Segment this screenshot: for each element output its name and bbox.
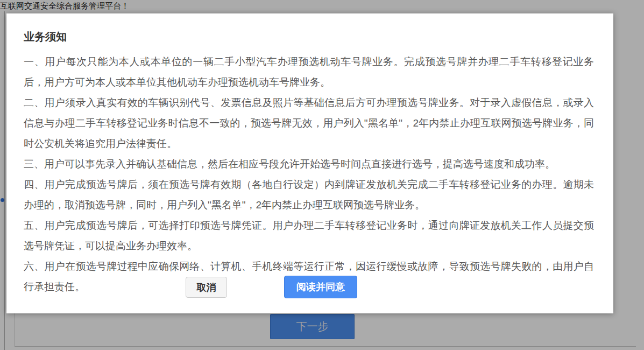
notice-paragraph-1: 一、用户每次只能为本人或本单位的一辆二手小型汽车办理预选机动车号牌业务。完成预选… [24,52,594,93]
notice-paragraph-4: 四、用户完成预选号牌后，须在预选号牌有效期（各地自行设定）内到牌证发放机关完成二… [24,174,594,215]
cancel-button[interactable]: 取消 [186,277,227,298]
notice-paragraph-2: 二、用户须录入真实有效的车辆识别代号、发票信息及照片等基础信息后方可办理预选号牌… [24,93,594,154]
notice-paragraph-5: 五、用户完成预选号牌后，可选择打印预选号牌凭证。用户办理二手车转移登记业务时，通… [24,215,594,256]
notice-text: 一、用户每次只能为本人或本单位的一辆二手小型汽车办理预选机动车号牌业务。完成预选… [24,52,594,297]
notice-paragraph-3: 三、用户可以事先录入并确认基础信息，然后在相应号段允许开始选号时间点直接进行选号… [24,154,594,174]
dialog-title: 业务须知 [24,30,596,44]
business-notice-dialog: 业务须知 一、用户每次只能为本人或本单位的一辆二手小型汽车办理预选机动车号牌业务… [6,13,613,313]
agree-button[interactable]: 阅读并同意 [284,276,357,298]
